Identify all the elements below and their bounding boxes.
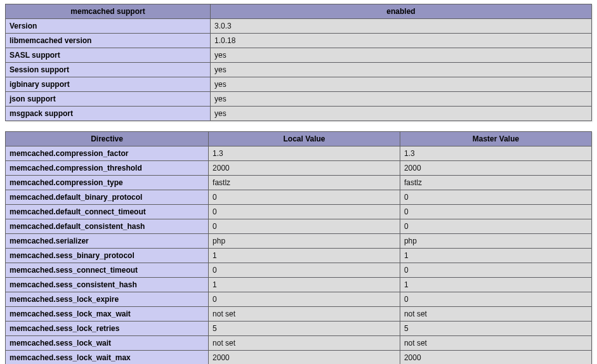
support-key: msgpack support [6,107,211,121]
directive-name: memcached.default_binary_protocol [6,190,209,205]
support-value: 3.0.3 [211,19,592,34]
directive-master-value: 1.3 [400,146,591,161]
support-value: yes [211,77,592,92]
directive-master-value: 1 [400,249,591,263]
directive-name: memcached.compression_type [6,176,209,190]
support-header-key: memcached support [6,4,211,19]
directive-name: memcached.sess_lock_max_wait [6,307,209,322]
table-row: memcached.default_consistent_hash00 [6,219,592,234]
directive-local-value: 1 [209,249,400,263]
directive-local-value: 0 [209,190,400,205]
directive-name: memcached.sess_consistent_hash [6,278,209,292]
directive-master-value: 0 [400,205,591,219]
support-value: yes [211,92,592,107]
directive-local-value: not set [209,307,400,322]
directive-name: memcached.default_consistent_hash [6,219,209,234]
table-row: igbinary supportyes [6,77,592,92]
table-header-row: Directive Local Value Master Value [6,132,592,146]
directive-master-value: not set [400,307,591,322]
directive-name: memcached.compression_factor [6,146,209,161]
directive-local-value: 2000 [209,351,400,365]
master-value-header: Master Value [400,132,591,146]
support-header-value: enabled [211,4,592,19]
table-row: memcached.sess_lock_expire00 [6,292,592,307]
table-row: memcached.sess_lock_waitnot setnot set [6,336,592,351]
table-row: memcached.sess_connect_timeout00 [6,263,592,278]
support-key: SASL support [6,48,211,63]
table-row: json supportyes [6,92,592,107]
directive-local-value: 1 [209,278,400,292]
directive-master-value: 0 [400,219,591,234]
directive-name: memcached.default_connect_timeout [6,205,209,219]
directive-name: memcached.sess_lock_retries [6,322,209,336]
directive-header: Directive [6,132,209,146]
directive-master-value: 1 [400,278,591,292]
memcached-directives-table: Directive Local Value Master Value memca… [5,131,592,364]
support-value: 1.0.18 [211,34,592,48]
table-row: memcached.sess_consistent_hash11 [6,278,592,292]
table-header-row: memcached support enabled [6,4,592,19]
directive-local-value: 5 [209,322,400,336]
directive-master-value: fastlz [400,176,591,190]
directive-local-value: 0 [209,205,400,219]
table-row: memcached.sess_lock_wait_max20002000 [6,351,592,365]
directive-local-value: 0 [209,219,400,234]
directive-master-value: 2000 [400,351,591,365]
memcached-support-table: memcached support enabled Version3.0.3li… [5,4,592,121]
directive-master-value: 5 [400,322,591,336]
support-key: igbinary support [6,77,211,92]
support-value: yes [211,48,592,63]
support-key: libmemcached version [6,34,211,48]
directive-master-value: 0 [400,263,591,278]
directive-master-value: not set [400,336,591,351]
table-row: memcached.compression_factor1.31.3 [6,146,592,161]
table-row: memcached.serializerphpphp [6,234,592,249]
support-key: Session support [6,63,211,77]
table-row: memcached.sess_binary_protocol11 [6,249,592,263]
table-row: memcached.default_binary_protocol00 [6,190,592,205]
directive-master-value: php [400,234,591,249]
table-row: Version3.0.3 [6,19,592,34]
directive-local-value: 2000 [209,161,400,176]
table-row: memcached.sess_lock_max_waitnot setnot s… [6,307,592,322]
directive-local-value: fastlz [209,176,400,190]
directive-master-value: 2000 [400,161,591,176]
directive-local-value: 0 [209,292,400,307]
support-value: yes [211,107,592,121]
directive-local-value: php [209,234,400,249]
table-row: memcached.compression_threshold20002000 [6,161,592,176]
table-row: memcached.sess_lock_retries55 [6,322,592,336]
table-row: SASL supportyes [6,48,592,63]
directive-name: memcached.sess_binary_protocol [6,249,209,263]
local-value-header: Local Value [209,132,400,146]
support-key: Version [6,19,211,34]
support-value: yes [211,63,592,77]
directive-name: memcached.sess_lock_wait [6,336,209,351]
directive-name: memcached.serializer [6,234,209,249]
directive-name: memcached.sess_connect_timeout [6,263,209,278]
directive-name: memcached.sess_lock_expire [6,292,209,307]
table-row: libmemcached version1.0.18 [6,34,592,48]
directive-name: memcached.sess_lock_wait_max [6,351,209,365]
directive-master-value: 0 [400,292,591,307]
support-key: json support [6,92,211,107]
directive-local-value: 1.3 [209,146,400,161]
table-row: msgpack supportyes [6,107,592,121]
directive-local-value: not set [209,336,400,351]
directive-name: memcached.compression_threshold [6,161,209,176]
table-row: memcached.default_connect_timeout00 [6,205,592,219]
directive-local-value: 0 [209,263,400,278]
table-row: Session supportyes [6,63,592,77]
table-row: memcached.compression_typefastlzfastlz [6,176,592,190]
directive-master-value: 0 [400,190,591,205]
